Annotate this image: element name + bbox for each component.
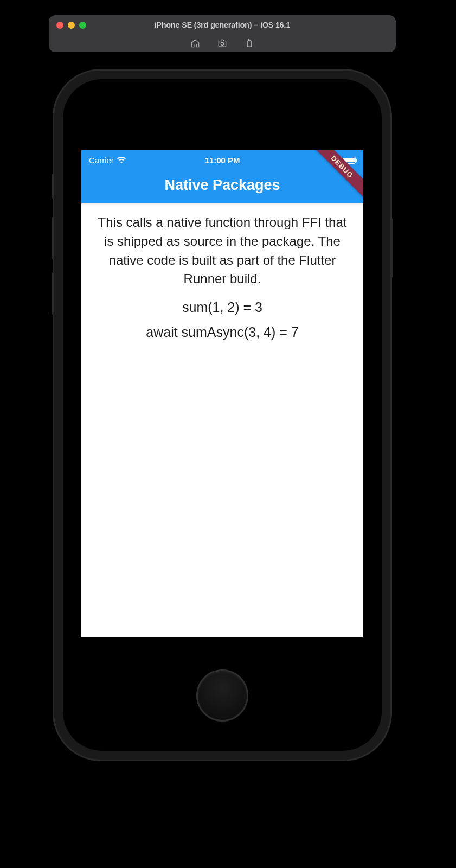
window-close-button[interactable] — [56, 22, 63, 29]
window-zoom-button[interactable] — [79, 22, 86, 29]
app-bar-title: Native Packages — [81, 170, 363, 203]
device-bezel: Carrier 11:00 PM Native Packages DEBUG T… — [63, 79, 382, 751]
simulator-title: iPhone SE (3rd generation) – iOS 16.1 — [49, 21, 396, 29]
wifi-icon — [117, 156, 126, 165]
window-controls — [56, 22, 86, 29]
app-bar: Carrier 11:00 PM Native Packages DEBUG — [81, 150, 363, 203]
result-line-2: await sumAsync(3, 4) = 7 — [98, 322, 347, 342]
window-minimize-button[interactable] — [68, 22, 75, 29]
home-button[interactable] — [196, 669, 248, 722]
svg-point-1 — [221, 42, 223, 45]
body-content: This calls a native function through FFI… — [81, 203, 363, 358]
svg-rect-0 — [219, 41, 226, 47]
svg-rect-2 — [247, 41, 252, 47]
volume-down-button[interactable] — [52, 272, 54, 315]
mute-switch[interactable] — [52, 174, 54, 199]
power-button[interactable] — [390, 218, 393, 278]
volume-up-button[interactable] — [52, 217, 54, 259]
screenshot-icon[interactable] — [217, 39, 227, 48]
device-frame: Carrier 11:00 PM Native Packages DEBUG T… — [54, 71, 390, 760]
rotate-icon[interactable] — [245, 39, 254, 48]
carrier-label: Carrier — [89, 156, 114, 165]
result-line-1: sum(1, 2) = 3 — [98, 297, 347, 317]
description-text: This calls a native function through FFI… — [98, 213, 347, 289]
device-screen: Carrier 11:00 PM Native Packages DEBUG T… — [81, 150, 363, 637]
home-icon[interactable] — [190, 39, 200, 48]
simulator-titlebar: iPhone SE (3rd generation) – iOS 16.1 — [49, 15, 396, 52]
simulator-toolbar — [49, 35, 396, 52]
